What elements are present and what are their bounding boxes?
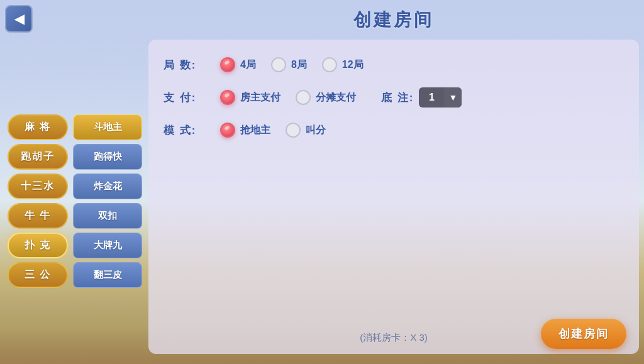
label-jiafen: 叫分 [306,124,326,137]
label-host-pay: 房主支付 [240,91,280,104]
choice-qiangdizhu[interactable]: 抢地主 [220,123,270,138]
main-panel: 创建房间 局 数: 4局 8局 12局 [148,40,639,354]
sub-item-shuangkou[interactable]: 双扣 [73,203,142,229]
rounds-choices: 4局 8局 12局 [220,57,364,72]
sub-item-zhajinhua[interactable]: 炸金花 [73,174,142,199]
dropdown-arrow-icon: ▼ [448,92,457,102]
options-area: 局 数: 4局 8局 12局 [164,57,624,138]
label-qiangdizhu: 抢地主 [240,124,270,137]
option-row-rounds: 局 数: 4局 8局 12局 [164,57,624,72]
sidebar-item-mahjong[interactable]: 麻 将 [8,114,68,140]
choice-jiafen[interactable]: 叫分 [286,123,326,138]
sidebar-item-paohuzi[interactable]: 跑胡子 [8,144,68,170]
payment-label: 支 付: [164,91,201,105]
radio-12rounds[interactable] [322,57,337,72]
sub-item-dapaitiu[interactable]: 大牌九 [73,233,142,258]
option-row-payment: 支 付: 房主支付 分摊支付 底 注: [164,87,624,108]
label-split-pay: 分摊支付 [316,91,356,104]
rounds-label: 局 数: [164,58,201,72]
label-4rounds: 4局 [240,58,256,72]
back-icon: ◀ [14,11,24,26]
bottom-note: (消耗房卡：X 3) [360,332,428,344]
create-room-button[interactable]: 创建房间 [541,319,626,349]
sub-item-doudzhu[interactable]: 斗地主 [73,114,142,140]
bet-dropdown[interactable]: ▼ [444,87,462,108]
radio-8rounds[interactable] [271,57,286,72]
label-8rounds: 8局 [291,58,307,72]
option-row-mode: 模 式: 抢地主 叫分 [164,123,624,138]
mode-label: 模 式: [164,123,201,138]
choice-8rounds[interactable]: 8局 [271,57,307,72]
left-sidebar: 麻 将 跑胡子 十三水 牛 牛 扑 克 三 公 [5,5,68,359]
radio-qiangdizhu[interactable] [220,123,235,138]
label-12rounds: 12局 [342,58,364,72]
radio-jiafen[interactable] [286,123,301,138]
panel-title: 创建房间 [353,8,434,32]
sidebar-item-poker[interactable]: 扑 克 [8,233,68,258]
sub-sidebar: 斗地主 跑得快 炸金花 双扣 大牌九 翻三皮 [73,5,142,359]
sidebar-item-sangong[interactable]: 三 公 [8,262,68,288]
choice-host-pay[interactable]: 房主支付 [220,90,280,105]
choice-split-pay[interactable]: 分摊支付 [296,90,356,105]
radio-4rounds[interactable] [220,57,235,72]
radio-split-pay[interactable] [296,90,311,105]
sidebar-item-niuiu[interactable]: 牛 牛 [8,203,68,229]
mode-choices: 抢地主 叫分 [220,123,326,138]
bet-area: 底 注: ▼ [381,87,462,108]
choice-12rounds[interactable]: 12局 [322,57,364,72]
radio-host-pay[interactable] [220,90,235,105]
sidebar-item-shisanshui[interactable]: 十三水 [8,174,68,199]
bet-input[interactable] [419,89,444,106]
sub-item-fansanpi[interactable]: 翻三皮 [73,262,142,288]
sub-item-paodekuai[interactable]: 跑得快 [73,144,142,170]
back-button[interactable]: ◀ [5,5,33,33]
choice-4rounds[interactable]: 4局 [220,57,256,72]
main-container: 麻 将 跑胡子 十三水 牛 牛 扑 克 三 公 斗地主 跑得快 炸金花 双扣 大… [0,0,644,364]
payment-choices: 房主支付 分摊支付 [220,90,356,105]
bet-label: 底 注: [381,91,414,105]
